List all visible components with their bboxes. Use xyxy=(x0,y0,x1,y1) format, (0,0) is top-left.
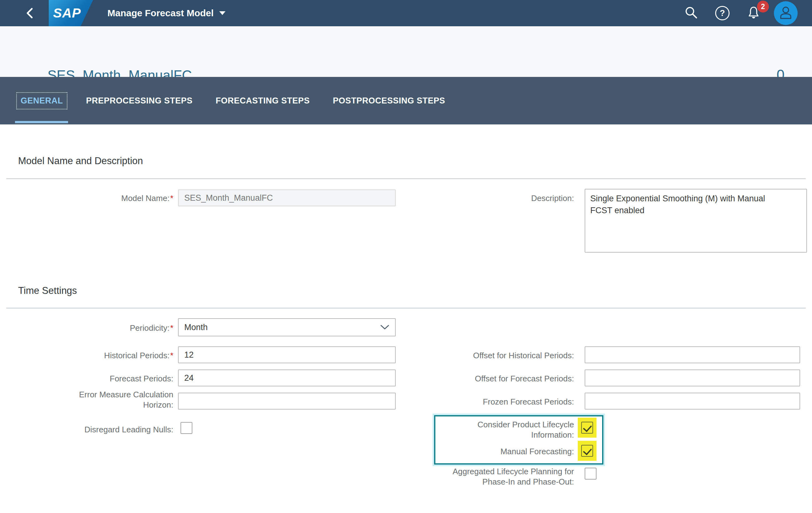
forecast-periods-label: Forecast Periods: xyxy=(47,374,173,384)
help-button[interactable]: ? xyxy=(715,6,730,21)
offset-forecast-input[interactable] xyxy=(585,370,800,386)
active-tab-indicator xyxy=(15,121,68,123)
section-title-time: Time Settings xyxy=(18,285,77,296)
chevron-left-icon xyxy=(23,16,37,21)
periodicity-label: Periodicity:* xyxy=(47,323,173,333)
section-title-model: Model Name and Description xyxy=(18,155,143,167)
historical-periods-input[interactable] xyxy=(178,346,396,363)
forecast-periods-input[interactable] xyxy=(178,370,396,386)
object-header: SES_Month_ManualFC Planning Area ZDEMO20… xyxy=(0,26,812,77)
yellow-highlight xyxy=(578,417,597,438)
required-marker: * xyxy=(170,351,173,360)
search-icon xyxy=(684,5,698,21)
tab-postprocessing-steps[interactable]: POSTPROCESSING STEPS xyxy=(329,93,449,109)
error-measure-horizon-input[interactable] xyxy=(178,393,396,409)
offset-historical-input[interactable] xyxy=(585,346,800,363)
search-button[interactable] xyxy=(684,6,699,21)
consider-lifecycle-label: Consider Product Lifecycle Information: xyxy=(462,420,574,440)
required-marker: * xyxy=(170,193,173,203)
app-title-text: Manage Forecast Model xyxy=(108,8,213,19)
frozen-forecast-label: Frozen Forecast Periods: xyxy=(449,397,574,407)
aggregated-lifecycle-checkbox[interactable] xyxy=(585,468,597,480)
sap-logo[interactable]: SAP xyxy=(49,0,93,26)
section-divider xyxy=(6,307,806,308)
manage-forecast-model-page: SAP Manage Forecast Model ? 2 SES_Mont xyxy=(0,0,812,513)
tab-bar: GENERAL PREPROCESSING STEPS FORECASTING … xyxy=(0,77,812,125)
periodicity-value: Month xyxy=(184,323,208,332)
disregard-leading-nulls-label: Disregard Leading Nulls: xyxy=(47,425,173,435)
frozen-forecast-input[interactable] xyxy=(585,393,800,409)
manual-forecasting-label: Manual Forecasting: xyxy=(462,447,574,457)
aggregated-lifecycle-label: Aggregated Lifecycle Planning for Phase-… xyxy=(449,466,574,487)
tab-general[interactable]: GENERAL xyxy=(17,93,67,109)
consider-lifecycle-checkbox[interactable] xyxy=(581,422,593,434)
person-icon xyxy=(777,3,795,23)
chevron-down-icon xyxy=(380,323,389,332)
yellow-highlight xyxy=(578,441,597,461)
chevron-down-icon xyxy=(219,11,226,15)
disregard-leading-nulls-checkbox[interactable] xyxy=(180,422,193,434)
required-marker: * xyxy=(170,323,173,333)
shell-bar: SAP Manage Forecast Model ? 2 xyxy=(0,0,812,26)
error-measure-horizon-label: Error Measure Calculation Horizon: xyxy=(61,389,173,410)
description-textarea[interactable]: Single Exponential Smoothing (M) with Ma… xyxy=(585,189,807,252)
tab-list: GENERAL PREPROCESSING STEPS FORECASTING … xyxy=(17,77,449,125)
periodicity-select[interactable]: Month xyxy=(178,318,396,336)
app-title-menu[interactable]: Manage Forecast Model xyxy=(108,0,226,26)
model-name-input[interactable] xyxy=(178,189,396,206)
manual-forecasting-checkbox[interactable] xyxy=(581,445,593,457)
sap-logo-text: SAP xyxy=(49,0,93,26)
tab-forecasting-steps[interactable]: FORECASTING STEPS xyxy=(212,93,314,109)
notification-badge: 2 xyxy=(757,1,769,12)
back-button[interactable] xyxy=(23,6,37,20)
section-divider xyxy=(6,178,806,179)
avatar[interactable] xyxy=(774,1,798,25)
help-icon: ? xyxy=(715,6,729,20)
tab-preprocessing-steps[interactable]: PREPROCESSING STEPS xyxy=(83,93,197,109)
model-name-label: Model Name:* xyxy=(47,193,173,204)
historical-periods-label: Historical Periods:* xyxy=(47,350,173,361)
description-label: Description: xyxy=(462,193,574,204)
offset-historical-label: Offset for Historical Periods: xyxy=(449,350,574,361)
offset-forecast-label: Offset for Forecast Periods: xyxy=(449,374,574,384)
